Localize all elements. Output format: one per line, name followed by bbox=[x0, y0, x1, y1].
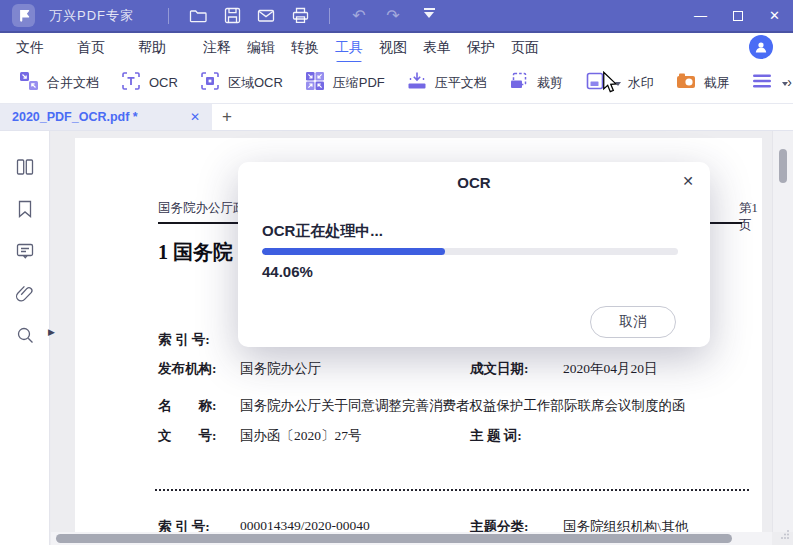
open-folder-icon[interactable] bbox=[181, 3, 215, 29]
horizontal-scrollbar[interactable] bbox=[51, 532, 772, 545]
crop-icon bbox=[508, 70, 530, 95]
menu-form[interactable]: 表单 bbox=[423, 39, 451, 57]
menu-comment[interactable]: 注释 bbox=[203, 39, 231, 57]
field-label: 主 题 词: bbox=[470, 427, 522, 445]
page-number: 第1页 bbox=[739, 200, 762, 234]
bookmark-icon[interactable] bbox=[14, 198, 36, 220]
flatten-document-icon bbox=[406, 70, 428, 95]
app-title: 万兴PDF专家 bbox=[49, 7, 134, 25]
compress-pdf-icon bbox=[304, 70, 326, 95]
ocr-status-text: OCR正在处理中... bbox=[262, 222, 383, 241]
toolbar-button-label: 压平文档 bbox=[435, 74, 487, 92]
field-label: 文 号: bbox=[158, 427, 217, 445]
comments-icon[interactable] bbox=[14, 240, 36, 262]
redo-icon[interactable]: ↷ bbox=[376, 3, 410, 29]
search-icon[interactable] bbox=[14, 324, 36, 346]
field-value: 2020年04月20日 bbox=[563, 360, 658, 378]
page-header-left: 国务院办公厅政 bbox=[158, 200, 246, 217]
menu-file[interactable]: 文件 bbox=[16, 39, 44, 57]
ocr-icon bbox=[120, 70, 142, 95]
crop-button[interactable]: 裁剪 bbox=[508, 70, 563, 95]
maximize-button[interactable] bbox=[719, 0, 756, 31]
menu-page[interactable]: 页面 bbox=[511, 39, 539, 57]
progress-bar bbox=[262, 248, 678, 255]
screenshot-button[interactable]: 截屏 bbox=[675, 70, 730, 95]
document-heading: 1 国务院 bbox=[158, 239, 233, 266]
merge-documents-icon bbox=[18, 70, 40, 95]
undo-icon[interactable]: ↶ bbox=[342, 3, 376, 29]
progress-percent: 44.06% bbox=[262, 263, 313, 280]
toolbar-overflow-chevron-icon[interactable]: › bbox=[787, 74, 792, 90]
toolbar-menu-button[interactable] bbox=[751, 70, 788, 95]
user-avatar-icon[interactable] bbox=[749, 35, 773, 59]
toolbar-button-label: 水印 bbox=[628, 74, 654, 92]
field-value: 国务院办公厅关于同意调整完善消费者权益保护工作部际联席会议制度的函 bbox=[240, 397, 686, 415]
minimize-button[interactable]: — bbox=[682, 0, 719, 31]
divider bbox=[329, 8, 330, 24]
merge-documents-button[interactable]: 合并文档 bbox=[18, 70, 99, 95]
menu-home[interactable]: 首页 bbox=[77, 39, 105, 57]
tab-title: 2020_PDF_OCR.pdf * bbox=[12, 110, 138, 124]
window-controls: — ✕ bbox=[682, 0, 793, 31]
toolbar-collapse-icon[interactable] bbox=[416, 8, 442, 23]
email-icon[interactable] bbox=[249, 3, 283, 29]
toolbar-button-label: 压缩PDF bbox=[333, 74, 385, 92]
resize-grip-icon[interactable] bbox=[780, 525, 790, 543]
attachments-icon[interactable] bbox=[14, 282, 36, 304]
compress-pdf-button[interactable]: 压缩PDF bbox=[304, 70, 385, 95]
print-icon[interactable] bbox=[283, 3, 317, 29]
field-label: 索 引 号: bbox=[158, 331, 210, 349]
toolbar-button-label: 截屏 bbox=[704, 74, 730, 92]
vertical-scrollbar-thumb[interactable] bbox=[779, 149, 787, 183]
save-icon[interactable] bbox=[215, 3, 249, 29]
menu-convert[interactable]: 转换 bbox=[291, 39, 319, 57]
field-value: 国办函〔2020〕27号 bbox=[240, 427, 362, 445]
toolbar-button-label: 裁剪 bbox=[537, 74, 563, 92]
dialog-title: OCR bbox=[238, 162, 710, 191]
vertical-scrollbar[interactable] bbox=[772, 131, 793, 532]
app-logo-icon bbox=[12, 4, 35, 27]
toolbar-button-label: 区域OCR bbox=[228, 74, 283, 92]
divider bbox=[168, 8, 169, 24]
screenshot-icon bbox=[675, 70, 697, 95]
tab-bar: 2020_PDF_OCR.pdf * ✕ + bbox=[0, 104, 793, 131]
new-tab-button[interactable]: + bbox=[212, 104, 242, 130]
maximize-icon bbox=[733, 11, 743, 21]
left-panel-bar bbox=[0, 131, 50, 545]
menu-tools[interactable]: 工具 bbox=[335, 39, 363, 57]
hamburger-menu-icon bbox=[751, 70, 773, 95]
horizontal-scrollbar-thumb[interactable] bbox=[56, 534, 732, 543]
tool-bar: 合并文档 OCR 区域OCR 压缩PDF 压平文档 裁剪 水印 截屏 更多 › bbox=[0, 62, 793, 104]
document-tab[interactable]: 2020_PDF_OCR.pdf * ✕ bbox=[0, 104, 212, 130]
progress-bar-fill bbox=[262, 248, 445, 255]
menu-protect[interactable]: 保护 bbox=[467, 39, 495, 57]
title-bar: 万兴PDF专家 ↶ ↷ — ✕ bbox=[0, 0, 793, 33]
field-label: 成文日期: bbox=[470, 360, 529, 378]
mouse-cursor-icon bbox=[601, 71, 618, 98]
field-value: 国务院办公厅 bbox=[240, 360, 321, 378]
area-ocr-icon bbox=[199, 70, 221, 95]
cancel-button[interactable]: 取消 bbox=[590, 306, 676, 338]
panel-expand-handle[interactable]: ▶ bbox=[48, 327, 55, 337]
ocr-button[interactable]: OCR bbox=[120, 70, 178, 95]
toolbar-button-label: OCR bbox=[149, 75, 178, 90]
toolbar-button-label: 合并文档 bbox=[47, 74, 99, 92]
menu-help[interactable]: 帮助 bbox=[138, 39, 166, 57]
flatten-document-button[interactable]: 压平文档 bbox=[406, 70, 487, 95]
field-label: 名 称: bbox=[158, 397, 217, 415]
menu-bar: 文件 首页 帮助 注释 编辑 转换 工具 视图 表单 保护 页面 bbox=[0, 33, 793, 62]
dotted-divider bbox=[155, 489, 749, 491]
field-label: 发布机构: bbox=[158, 360, 217, 378]
close-button[interactable]: ✕ bbox=[756, 0, 793, 31]
tab-close-icon[interactable]: ✕ bbox=[190, 110, 200, 124]
watermark-button[interactable]: 水印 bbox=[584, 70, 654, 95]
thumbnails-icon[interactable] bbox=[14, 156, 36, 178]
menu-view[interactable]: 视图 bbox=[379, 39, 407, 57]
dialog-close-icon[interactable]: ✕ bbox=[682, 173, 694, 189]
area-ocr-button[interactable]: 区域OCR bbox=[199, 70, 283, 95]
menu-edit[interactable]: 编辑 bbox=[247, 39, 275, 57]
ocr-dialog: OCR ✕ OCR正在处理中... 44.06% 取消 bbox=[238, 162, 710, 347]
